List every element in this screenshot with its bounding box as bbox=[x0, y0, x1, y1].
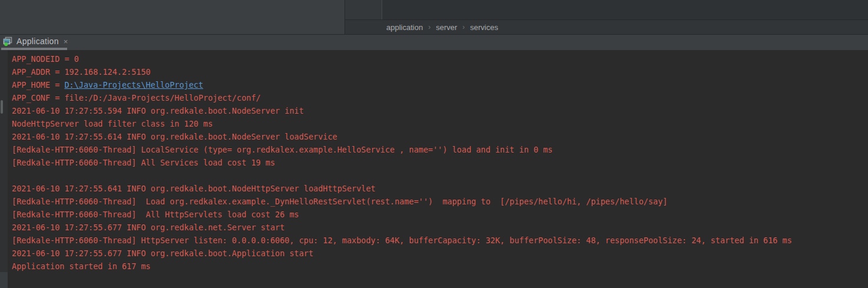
console-line: [Redkale-HTTP:6060-Thread] All Services … bbox=[12, 156, 792, 169]
console-line bbox=[12, 169, 792, 182]
tab-label: Application bbox=[16, 37, 59, 46]
console-text: [Redkale-HTTP:6060-Thread] HttpServer li… bbox=[12, 236, 792, 245]
console-line: APP_ADDR = 192.168.124.2:5150 bbox=[12, 65, 792, 78]
console-line: [Redkale-HTTP:6060-Thread] Load org.redk… bbox=[12, 195, 792, 208]
console-left-gutter bbox=[0, 50, 8, 272]
breadcrumb-item-application[interactable]: application bbox=[386, 23, 423, 32]
scrollbar-thumb[interactable] bbox=[1, 100, 3, 114]
breadcrumb-separator-icon: › bbox=[428, 23, 430, 31]
console-text: [Redkale-HTTP:6060-Thread] Load org.redk… bbox=[12, 197, 668, 206]
console-text: APP_HOME = bbox=[12, 80, 64, 90]
console-line: [Redkale-HTTP:6060-Thread] HttpServer li… bbox=[12, 234, 792, 247]
run-console-icon bbox=[2, 36, 13, 47]
console-line: 2021-06-10 17:27:55.677 INFO org.redkale… bbox=[12, 247, 792, 260]
project-panel bbox=[0, 0, 344, 34]
tab-application[interactable]: Application × bbox=[0, 35, 68, 48]
console-text: 2021-06-10 17:27:55.614 INFO org.redkale… bbox=[12, 132, 337, 141]
console-text: 2021-06-10 17:27:55.677 INFO org.redkale… bbox=[12, 249, 313, 258]
console-pane: APP_NODEID = 0APP_ADDR = 192.168.124.2:5… bbox=[0, 50, 868, 288]
console-text: [Redkale-HTTP:6060-Thread] All HttpServl… bbox=[12, 210, 299, 219]
close-icon[interactable]: × bbox=[64, 38, 68, 45]
run-toolwindow-tabbar: Application × bbox=[0, 34, 868, 50]
console-log: APP_NODEID = 0APP_ADDR = 192.168.124.2:5… bbox=[12, 52, 792, 273]
breadcrumb: application›server›services bbox=[345, 19, 868, 34]
tabbar-top-border bbox=[0, 34, 868, 35]
breadcrumb-item-server[interactable]: server bbox=[436, 23, 457, 32]
console-line: NodeHttpServer load filter class in 120 … bbox=[12, 117, 792, 130]
console-text: APP_ADDR = 192.168.124.2:5150 bbox=[12, 67, 151, 77]
console-line: 2021-06-10 17:27:55.641 INFO org.redkale… bbox=[12, 182, 792, 195]
editor-gutter-divider bbox=[382, 0, 382, 19]
console-text: 2021-06-10 17:27:55.677 INFO org.redkale… bbox=[12, 223, 284, 232]
ide-window: application›server›services Application … bbox=[0, 0, 868, 288]
console-line: [Redkale-HTTP:6060-Thread] LocalService … bbox=[12, 143, 792, 156]
breadcrumb-separator-icon: › bbox=[462, 23, 465, 31]
console-text: 2021-06-10 17:27:55.594 INFO org.redkale… bbox=[12, 106, 304, 115]
console-text: Application started in 617 ms bbox=[12, 261, 151, 271]
console-file-link[interactable]: D:\Java-Projects\HelloProject bbox=[64, 80, 203, 90]
breadcrumb-item-services[interactable]: services bbox=[470, 23, 498, 32]
console-text: APP_NODEID = 0 bbox=[12, 54, 79, 64]
console-line: 2021-06-10 17:27:55.614 INFO org.redkale… bbox=[12, 130, 792, 143]
console-line: 2021-06-10 17:27:55.677 INFO org.redkale… bbox=[12, 221, 792, 234]
console-line: APP_HOME = D:\Java-Projects\HelloProject bbox=[12, 78, 792, 91]
console-text: APP_CONF = file:/D:/Java-Projects/HelloP… bbox=[12, 93, 261, 102]
console-line: 2021-06-10 17:27:55.594 INFO org.redkale… bbox=[12, 104, 792, 117]
editor-gutter bbox=[345, 0, 382, 19]
console-text: [Redkale-HTTP:6060-Thread] All Services … bbox=[12, 158, 275, 167]
console-line: [Redkale-HTTP:6060-Thread] All HttpServl… bbox=[12, 208, 792, 221]
console-line: APP_NODEID = 0 bbox=[12, 52, 792, 65]
console-text: NodeHttpServer load filter class in 120 … bbox=[12, 119, 213, 128]
console-line: Application started in 617 ms bbox=[12, 260, 792, 273]
top-area: application›server›services bbox=[0, 0, 868, 34]
console-left-gutter-bottom bbox=[0, 272, 8, 288]
console-line: APP_CONF = file:/D:/Java-Projects/HelloP… bbox=[12, 91, 792, 104]
console-text: 2021-06-10 17:27:55.641 INFO org.redkale… bbox=[12, 184, 376, 193]
editor-area bbox=[345, 0, 868, 19]
console-text: [Redkale-HTTP:6060-Thread] LocalService … bbox=[12, 145, 552, 154]
